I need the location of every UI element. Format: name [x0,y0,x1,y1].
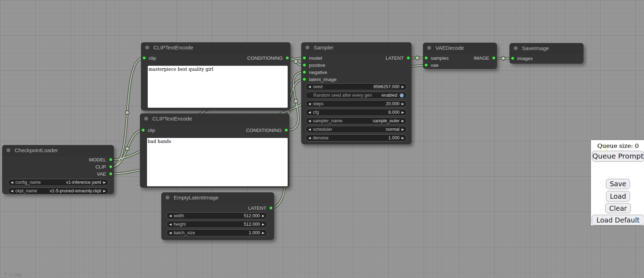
arrow-left-icon[interactable]: ◀ [11,181,13,184]
node-title-bar[interactable]: VAEDecode [423,43,497,53]
widget-steps[interactable]: ◀ steps 20.000 ▶ [305,100,407,107]
slot-dot-icon[interactable] [286,56,289,60]
node-vae-decode[interactable]: VAEDecode samples IMAGE vae [423,43,497,69]
arrow-right-icon[interactable]: ▶ [262,214,265,218]
load-default-button[interactable]: Load Default [592,215,644,225]
arrow-right-icon[interactable]: ▶ [402,111,404,114]
output-slot-conditioning[interactable]: CONDITIONING [247,55,289,61]
arrow-right-icon[interactable]: ▶ [402,128,404,131]
collapse-dot-icon[interactable] [144,117,148,121]
widget-sampler-name[interactable]: ◀ sampler_name sample_euler ▶ [305,117,407,124]
slot-dot-icon[interactable] [284,128,288,132]
arrow-left-icon[interactable]: ◀ [308,102,311,106]
arrow-right-icon[interactable]: ▶ [103,189,106,193]
arrow-left-icon[interactable]: ◀ [11,189,13,193]
widget-seed[interactable]: ◀ seed 8566257.000 ▶ [305,83,407,90]
arrow-right-icon[interactable]: ▶ [402,102,404,106]
input-slot-latent-image[interactable]: latent_image [303,77,336,82]
arrow-left-icon[interactable]: ◀ [169,223,172,226]
save-button[interactable]: Save [606,179,630,189]
slot-dot-icon[interactable] [142,56,146,60]
prompt-textarea[interactable]: bad hands [147,138,288,186]
arrow-right-icon[interactable]: ▶ [103,181,106,184]
node-title-bar[interactable]: EmptyLatentImage [161,192,274,203]
arrow-right-icon[interactable]: ▶ [402,137,404,140]
arrow-left-icon[interactable]: ◀ [308,111,311,114]
node-title-bar[interactable]: CheckpointLoader [2,145,114,156]
arrow-left-icon[interactable]: ◀ [308,119,311,123]
slot-dot-icon[interactable] [424,63,428,67]
collapse-dot-icon[interactable] [166,196,169,199]
input-slot-negative[interactable]: negative [303,70,327,75]
widget-width[interactable]: ◀ width 512.000 ▶ [166,212,267,219]
slot-dot-icon[interactable] [303,70,306,74]
slot-dot-icon[interactable] [141,128,145,132]
slot-dot-icon[interactable] [303,63,306,67]
collapse-dot-icon[interactable] [427,46,431,50]
widget-config-name[interactable]: ◀ config_name v1-inference.yaml ▶ [8,179,109,186]
node-checkpoint-loader[interactable]: CheckpointLoader MODEL CLIP VAE ◀ config… [2,145,114,194]
arrow-right-icon[interactable]: ▶ [262,231,265,235]
output-slot-clip[interactable]: CLIP [95,164,112,170]
arrow-left-icon[interactable]: ◀ [308,85,311,89]
slot-dot-icon[interactable] [424,56,428,60]
node-title-label: Sampler [314,44,334,50]
input-slot-positive[interactable]: positive [303,63,325,68]
arrow-left-icon[interactable]: ◀ [308,128,311,131]
widget-height[interactable]: ◀ height 512.000 ▶ [166,221,267,228]
input-slot-clip[interactable]: clip [142,55,156,61]
slot-dot-icon[interactable] [303,77,306,81]
node-sampler[interactable]: Sampler model LATENT positive negative [301,42,412,144]
slot-dot-icon[interactable] [269,206,273,210]
input-slot-model[interactable]: model [303,55,322,61]
node-title-bar[interactable]: CLIPTextEncode [140,113,289,124]
arrow-right-icon[interactable]: ▶ [402,85,404,89]
slot-dot-icon[interactable] [109,172,112,176]
queue-panel: Queue size: 0 Queue Prompt Save Load Cle… [591,140,644,225]
output-slot-vae[interactable]: VAE [97,171,112,177]
slot-dot-icon[interactable] [109,158,112,161]
collapse-dot-icon[interactable] [6,148,10,152]
output-slot-model[interactable]: MODEL [89,157,112,162]
toggle-dot-icon[interactable] [399,93,404,98]
node-clip-text-encode-positive[interactable]: CLIPTextEncode clip CONDITIONING masterp… [141,42,290,111]
input-slot-samples[interactable]: samples [424,55,449,61]
widget-scheduler[interactable]: ◀ scheduler normal ▶ [305,126,407,133]
output-slot-conditioning[interactable]: CONDITIONING [246,128,288,133]
widget-denoise[interactable]: ◀ denoise 1.000 ▶ [305,134,407,141]
clear-button[interactable]: Clear [605,203,631,214]
node-title-bar[interactable]: CLIPTextEncode [141,42,290,53]
slot-dot-icon[interactable] [511,57,514,60]
arrow-left-icon[interactable]: ◀ [169,231,172,235]
node-title-bar[interactable]: SaveImage [509,43,583,54]
collapse-dot-icon[interactable] [305,46,309,49]
node-title-bar[interactable]: Sampler [301,42,412,53]
input-slot-images[interactable]: images [511,56,533,61]
widget-batch-size[interactable]: ◀ batch_size 1.000 ▶ [166,229,267,236]
collapse-dot-icon[interactable] [514,46,518,50]
output-slot-latent[interactable]: LATENT [248,205,273,211]
widget-random-seed-toggle[interactable]: Random seed after every gen enabled [305,92,407,99]
arrow-right-icon[interactable]: ▶ [262,223,265,226]
load-button[interactable]: Load [606,191,630,202]
input-slot-vae[interactable]: vae [424,63,439,68]
arrow-left-icon[interactable]: ◀ [169,214,172,218]
slot-dot-icon[interactable] [407,56,410,60]
input-slot-clip[interactable]: clip [141,128,155,133]
slot-dot-icon[interactable] [303,56,306,60]
collapse-dot-icon[interactable] [145,46,149,49]
prompt-textarea[interactable]: masterpiece best quality girl [148,66,288,108]
node-empty-latent-image[interactable]: EmptyLatentImage LATENT ◀ width 512.000 … [161,192,274,240]
node-title-label: CheckpointLoader [15,147,58,153]
queue-prompt-button[interactable]: Queue Prompt [592,151,644,162]
arrow-right-icon[interactable]: ▶ [402,119,404,123]
arrow-left-icon[interactable]: ◀ [308,137,311,140]
slot-dot-icon[interactable] [109,165,112,169]
output-slot-latent[interactable]: LATENT [386,55,410,61]
widget-ckpt-name[interactable]: ◀ ckpt_name v1-5-pruned-emaonly.ckpt ▶ [8,187,109,194]
node-clip-text-encode-negative[interactable]: CLIPTextEncode clip CONDITIONING bad han… [140,113,289,188]
widget-cfg[interactable]: ◀ cfg 8.000 ▶ [305,109,407,116]
node-save-image[interactable]: SaveImage images [509,43,583,64]
output-slot-image[interactable]: IMAGE [473,55,496,61]
slot-dot-icon[interactable] [492,56,496,60]
